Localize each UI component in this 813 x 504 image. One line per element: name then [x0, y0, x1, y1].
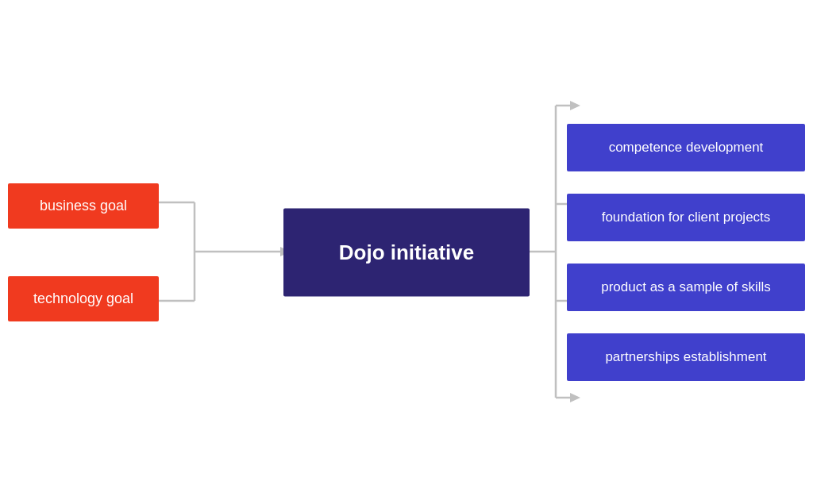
technology-goal-box: technology goal — [8, 276, 159, 321]
competence-development-box: competence development — [567, 124, 805, 171]
business-goal-box: business goal — [8, 183, 159, 229]
left-boxes: business goal technology goal — [8, 183, 159, 321]
business-goal-label: business goal — [40, 198, 127, 214]
product-sample-skills-label: product as a sample of skills — [601, 279, 771, 294]
svg-marker-14 — [570, 393, 580, 402]
svg-marker-8 — [570, 101, 580, 110]
diagram: business goal technology goal Dojo initi… — [0, 0, 813, 504]
partnerships-establishment-label: partnerships establishment — [605, 349, 766, 364]
foundation-client-projects-label: foundation for client projects — [602, 210, 771, 225]
technology-goal-label: technology goal — [33, 290, 133, 306]
foundation-client-projects-box: foundation for client projects — [567, 194, 805, 241]
competence-development-label: competence development — [609, 140, 764, 155]
product-sample-skills-box: product as a sample of skills — [567, 264, 805, 311]
dojo-initiative-box: Dojo initiative — [283, 208, 530, 296]
partnerships-establishment-box: partnerships establishment — [567, 333, 805, 381]
dojo-initiative-label: Dojo initiative — [339, 240, 474, 264]
right-boxes: competence development foundation for cl… — [567, 124, 805, 381]
